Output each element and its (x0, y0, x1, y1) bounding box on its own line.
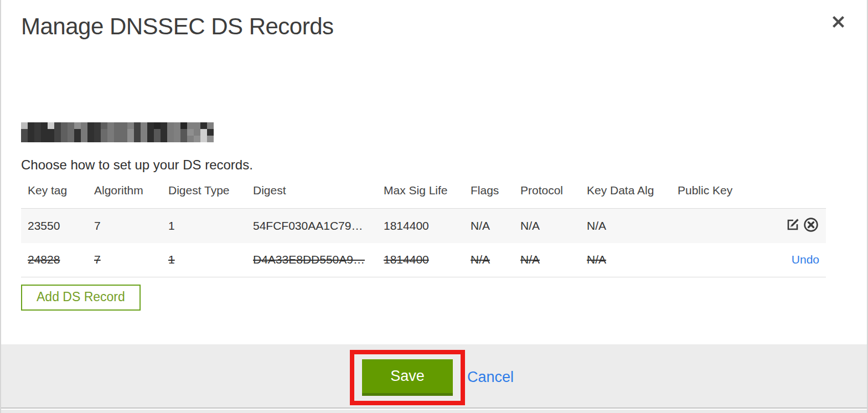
cell-protocol: N/A (514, 209, 580, 243)
cancel-link[interactable]: Cancel (467, 369, 514, 386)
annotation-highlight-box: Save (350, 350, 465, 405)
header-key-data-alg: Key Data Alg (580, 183, 671, 209)
header-actions (771, 183, 826, 209)
dnssec-modal: Manage DNSSEC DS Records Choose how to s… (0, 0, 868, 413)
edit-icon (785, 216, 801, 234)
page-background-strip (1, 410, 867, 413)
cell-flags: N/A (464, 209, 514, 243)
close-icon (831, 23, 846, 31)
edit-record-button[interactable] (785, 216, 801, 234)
page-title: Manage DNSSEC DS Records (21, 13, 334, 40)
cell-public-key (671, 243, 771, 277)
delete-icon (803, 216, 819, 235)
cell-key-tag: 23550 (21, 209, 87, 243)
cell-public-key (671, 209, 771, 243)
ds-record-row-deleted: 24828 7 1 D4A33E8DD550A9… 1814400 N/A N/… (21, 243, 826, 277)
header-max-sig-life: Max Sig Life (377, 183, 464, 209)
cell-key-data-alg: N/A (580, 243, 671, 277)
cell-max-sig-life: 1814400 (377, 243, 464, 277)
save-button[interactable]: Save (362, 359, 453, 396)
cell-digest: D4A33E8DD550A9… (246, 243, 377, 277)
header-digest-type: Digest Type (162, 183, 246, 209)
close-button[interactable] (828, 12, 848, 32)
cell-max-sig-life: 1814400 (377, 209, 464, 243)
ds-records-table: Key tag Algorithm Digest Type Digest Max… (21, 183, 826, 277)
redacted-domain-name (21, 122, 214, 142)
cell-digest: 54FCF030AA1C79… (246, 209, 377, 243)
cell-digest-type: 1 (162, 243, 246, 277)
cell-flags: N/A (464, 243, 514, 277)
cell-digest-type: 1 (162, 209, 246, 243)
header-key-tag: Key tag (21, 183, 87, 209)
cell-algorithm: 7 (87, 243, 162, 277)
header-algorithm: Algorithm (87, 183, 162, 209)
cell-key-tag: 24828 (21, 243, 87, 277)
add-ds-record-button[interactable]: Add DS Record (21, 285, 141, 311)
header-flags: Flags (464, 183, 514, 209)
instruction-text: Choose how to set up your DS records. (21, 157, 253, 173)
ds-record-row-active: 23550 7 1 54FCF030AA1C79… 1814400 N/A N/… (21, 209, 826, 243)
cell-actions (771, 209, 826, 243)
cell-actions: Undo (771, 243, 826, 277)
header-public-key: Public Key (671, 183, 771, 209)
cell-protocol: N/A (514, 243, 580, 277)
header-digest: Digest (246, 183, 377, 209)
header-protocol: Protocol (514, 183, 580, 209)
cell-algorithm: 7 (87, 209, 162, 243)
undo-link[interactable]: Undo (792, 253, 819, 266)
table-header-row: Key tag Algorithm Digest Type Digest Max… (21, 183, 826, 209)
delete-record-button[interactable] (803, 216, 819, 235)
cell-key-data-alg: N/A (580, 209, 671, 243)
